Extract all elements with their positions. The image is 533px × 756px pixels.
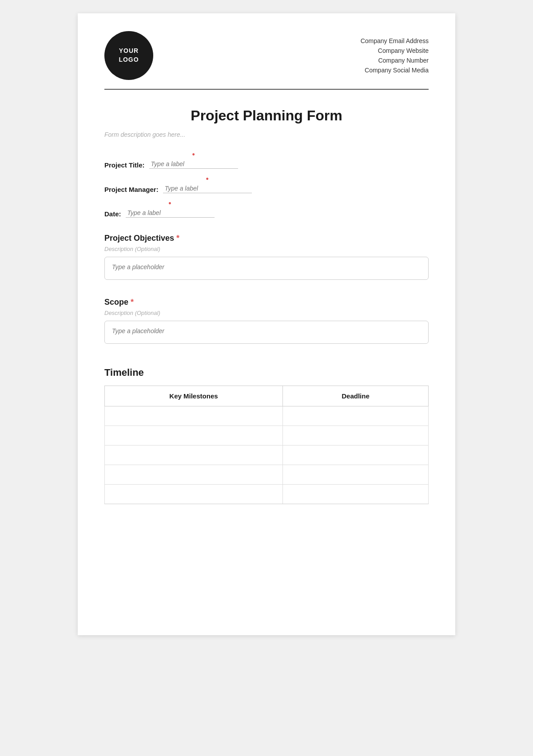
milestone-cell-2[interactable] [105, 426, 283, 446]
timeline-table: Key Milestones Deadline [104, 386, 429, 504]
scope-input[interactable] [104, 321, 429, 344]
deadline-cell-3[interactable] [282, 446, 428, 465]
scope-description: Description (Optional) [104, 310, 429, 316]
milestone-cell-4[interactable] [105, 465, 283, 485]
company-website: Company Website [361, 47, 429, 54]
deadline-cell-4[interactable] [282, 465, 428, 485]
logo-line1: YOUR [119, 47, 139, 56]
scope-section: Scope * Description (Optional) [104, 298, 429, 346]
objectives-input[interactable] [104, 257, 429, 280]
timeline-title: Timeline [104, 367, 429, 378]
deadline-cell-1[interactable] [282, 406, 428, 426]
project-manager-input[interactable] [163, 184, 252, 193]
table-row [105, 465, 429, 485]
date-label: Date: [104, 210, 121, 218]
inline-fields-group: Project Title: • Project Manager: • Date… [104, 151, 429, 218]
header: YOUR LOGO Company Email Address Company … [104, 31, 429, 90]
table-row [105, 485, 429, 504]
project-title-label: Project Title: [104, 161, 145, 169]
date-dot: • [168, 199, 171, 207]
milestone-cell-3[interactable] [105, 446, 283, 465]
milestone-cell-1[interactable] [105, 406, 283, 426]
form-title: Project Planning Form [104, 107, 429, 124]
project-manager-field: Project Manager: • [104, 175, 429, 193]
milestone-cell-5[interactable] [105, 485, 283, 504]
deadline-cell-5[interactable] [282, 485, 428, 504]
scope-title: Scope * [104, 298, 429, 307]
timeline-section: Timeline Key Milestones Deadline [104, 367, 429, 504]
project-title-dot: • [192, 151, 195, 159]
objectives-section: Project Objectives * Description (Option… [104, 234, 429, 282]
company-social: Company Social Media [361, 67, 429, 74]
objectives-required: * [176, 234, 179, 243]
form-description: Form description goes here... [104, 131, 429, 138]
objectives-title: Project Objectives * [104, 234, 429, 243]
date-field: Date: • [104, 199, 429, 218]
project-title-wrapper: • [149, 151, 238, 169]
table-row [105, 406, 429, 426]
project-title-field: Project Title: • [104, 151, 429, 169]
deadline-header: Deadline [282, 386, 428, 406]
table-row [105, 446, 429, 465]
company-info: Company Email Address Company Website Co… [361, 37, 429, 74]
date-wrapper: • [126, 199, 215, 218]
project-manager-wrapper: • [163, 175, 252, 193]
project-title-input[interactable] [149, 159, 238, 169]
date-input[interactable] [126, 208, 215, 218]
page: YOUR LOGO Company Email Address Company … [78, 13, 455, 635]
project-manager-dot: • [206, 175, 209, 183]
table-row [105, 426, 429, 446]
logo-line2: LOGO [119, 56, 139, 64]
scope-required: * [131, 298, 134, 306]
timeline-header-row: Key Milestones Deadline [105, 386, 429, 406]
objectives-description: Description (Optional) [104, 246, 429, 252]
company-email: Company Email Address [361, 37, 429, 44]
company-logo: YOUR LOGO [104, 31, 153, 80]
project-manager-label: Project Manager: [104, 186, 159, 193]
milestones-header: Key Milestones [105, 386, 283, 406]
deadline-cell-2[interactable] [282, 426, 428, 446]
company-number: Company Number [361, 57, 429, 64]
